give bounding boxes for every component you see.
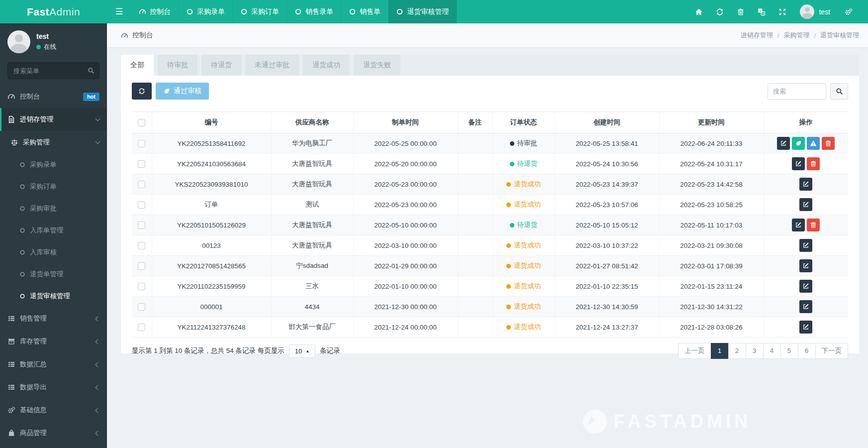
column-header-5[interactable]: 创建时间 <box>555 112 659 133</box>
edit-button[interactable] <box>799 259 812 272</box>
order_time-cell: 2021-12-24 00:00:00 <box>353 317 458 337</box>
edit-button[interactable] <box>799 300 812 313</box>
sidebar-item-15[interactable]: 商品管理 <box>0 422 107 445</box>
breadcrumb-item-1[interactable]: 采购管理 <box>783 31 809 40</box>
fullscreen-button[interactable] <box>778 8 786 16</box>
topnav-tab-6[interactable]: 退货审核管理 <box>388 0 457 23</box>
page-button-3[interactable]: 3 <box>746 343 764 359</box>
avatar[interactable] <box>7 30 30 53</box>
filter-tab-4[interactable]: 退货成功 <box>303 55 350 76</box>
filter-tab-1[interactable]: 待审批 <box>158 55 197 76</box>
breadcrumb-item-2[interactable]: 退货审核管理 <box>820 31 859 40</box>
column-header-4[interactable]: 订单状态 <box>492 112 555 133</box>
translate-button[interactable]: 文A <box>758 8 766 16</box>
topnav-tab-3[interactable]: 采购订单 <box>233 0 287 23</box>
sidebar-item-13[interactable]: 数据导出 <box>0 376 107 399</box>
sidebar-search <box>7 62 99 79</box>
checkbox-cell <box>132 215 152 235</box>
topnav-tab-2[interactable]: 采购录单 <box>179 0 233 23</box>
filter-tab-0[interactable]: 全部 <box>121 55 154 76</box>
next-page-button[interactable]: 下一页 <box>815 343 849 359</box>
filter-tab-5[interactable]: 退货失败 <box>354 55 400 76</box>
table-search-input[interactable] <box>768 83 826 100</box>
approve-button-label: 通过审核 <box>174 87 201 96</box>
edit-button[interactable] <box>792 219 805 231</box>
page-button-6[interactable]: 6 <box>798 343 816 359</box>
column-header-7[interactable]: 操作 <box>764 112 848 133</box>
row-checkbox[interactable] <box>138 324 145 331</box>
per-page-select[interactable]: 10 ▲ <box>289 344 315 358</box>
filter-tab-2[interactable]: 待退货 <box>201 55 241 76</box>
sidebar-item-3[interactable]: 采购录单 <box>0 154 107 176</box>
username-label[interactable]: test <box>819 8 830 16</box>
sidebar-item-6[interactable]: 入库单管理 <box>0 220 107 241</box>
status-badge: 退货成功 <box>506 302 541 311</box>
actions-cell <box>764 317 848 337</box>
refresh-button[interactable] <box>716 8 724 16</box>
sidebar-item-12[interactable]: 数据汇总 <box>0 353 107 376</box>
sidebar-toggle-button[interactable]: ☰ <box>107 0 131 23</box>
prev-page-button[interactable]: 上一页 <box>678 343 711 359</box>
row-checkbox[interactable] <box>138 303 145 311</box>
page-button-2[interactable]: 2 <box>728 343 746 359</box>
edit-button[interactable] <box>799 321 812 334</box>
status-label: 退货成功 <box>514 261 541 270</box>
sidebar-item-4[interactable]: 采购订单 <box>0 176 107 198</box>
table-row-9: YK2112241327376248邯大第一食品厂2021-12-24 00:0… <box>132 317 848 337</box>
topnav-tab-4[interactable]: 销售录单 <box>287 0 341 23</box>
edit-button[interactable] <box>777 137 790 150</box>
approve-row-button[interactable] <box>792 137 805 150</box>
sidebar-item-5[interactable]: 采购审批 <box>0 198 107 220</box>
sidebar-item-1[interactable]: 进销存管理 <box>0 108 107 131</box>
approve-button[interactable]: 通过审核 <box>156 83 209 100</box>
sidebar-item-2[interactable]: 采购管理 <box>0 131 107 154</box>
sidebar-item-8[interactable]: 退货单管理 <box>0 263 107 285</box>
menu-search-input[interactable] <box>7 62 99 79</box>
column-header-3[interactable]: 备注 <box>458 112 492 133</box>
user-avatar[interactable] <box>800 4 814 19</box>
filter-tab-3[interactable]: 未通过审批 <box>245 55 299 76</box>
delete-button[interactable] <box>822 137 835 150</box>
page-button-1[interactable]: 1 <box>711 343 729 359</box>
refresh-button[interactable] <box>132 83 152 100</box>
settings-button[interactable] <box>845 8 853 16</box>
topnav-tab-5[interactable]: 销售单 <box>341 0 388 23</box>
row-checkbox[interactable] <box>138 283 145 290</box>
sidebar-item-0[interactable]: 控制台hot <box>0 85 107 108</box>
page-button-4[interactable]: 4 <box>763 343 781 359</box>
sidebar-item-14[interactable]: 基础信息 <box>0 399 107 422</box>
sidebar-item-10[interactable]: 销售管理 <box>0 307 107 330</box>
sidebar-item-11[interactable]: 库存管理 <box>0 330 107 353</box>
order_time-cell: 2022-05-23 00:00:00 <box>353 195 458 215</box>
column-header-2[interactable]: 制单时间 <box>353 112 458 133</box>
row-checkbox[interactable] <box>138 222 145 229</box>
column-header-1[interactable]: 供应商名称 <box>271 112 353 133</box>
edit-button[interactable] <box>799 239 812 252</box>
delete-button[interactable] <box>807 157 820 170</box>
trash-button[interactable] <box>737 8 745 16</box>
column-header-6[interactable]: 更新时间 <box>659 112 764 133</box>
row-checkbox[interactable] <box>138 181 145 188</box>
edit-button[interactable] <box>792 157 805 170</box>
home-button[interactable] <box>695 8 703 16</box>
delete-button[interactable] <box>807 219 820 231</box>
warning-button[interactable] <box>807 137 820 150</box>
edit-button[interactable] <box>799 280 812 293</box>
row-checkbox[interactable] <box>138 140 145 147</box>
select-all-checkbox[interactable] <box>138 119 145 126</box>
page-button-5[interactable]: 5 <box>780 343 798 359</box>
topnav-tab-1[interactable]: 控制台 <box>131 0 179 23</box>
row-checkbox[interactable] <box>138 242 145 249</box>
edit-button[interactable] <box>799 198 812 211</box>
sidebar-item-9[interactable]: 退货审核管理 <box>0 285 107 307</box>
edit-button[interactable] <box>799 178 812 191</box>
breadcrumb-item-0[interactable]: 进销存管理 <box>741 31 773 40</box>
updated-cell: 2022-05-23 10:58:25 <box>659 195 764 215</box>
row-checkbox[interactable] <box>138 160 145 168</box>
supplier-cell: 邯大第一食品厂 <box>271 317 353 337</box>
table-search-button[interactable] <box>830 83 848 100</box>
sidebar-item-7[interactable]: 入库审核 <box>0 241 107 263</box>
row-checkbox[interactable] <box>138 201 145 209</box>
row-checkbox[interactable] <box>138 262 145 270</box>
column-header-0[interactable]: 编号 <box>152 112 271 133</box>
